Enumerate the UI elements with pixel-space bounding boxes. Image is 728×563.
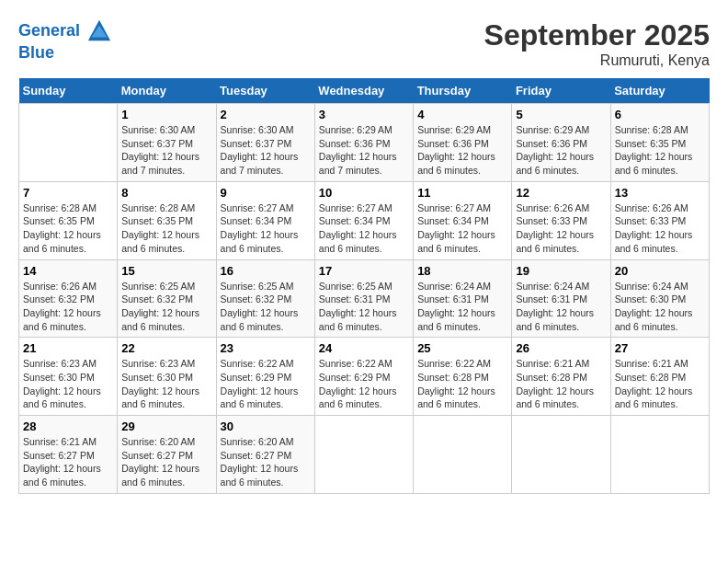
day-number: 9 bbox=[221, 186, 311, 200]
day-number: 12 bbox=[516, 186, 606, 200]
day-info: Sunrise: 6:30 AM Sunset: 6:37 PM Dayligh… bbox=[221, 123, 311, 178]
day-info: Sunrise: 6:23 AM Sunset: 6:30 PM Dayligh… bbox=[23, 357, 113, 411]
day-info: Sunrise: 6:28 AM Sunset: 6:35 PM Dayligh… bbox=[615, 123, 705, 178]
day-number: 15 bbox=[121, 264, 211, 278]
day-cell: 5Sunrise: 6:29 AM Sunset: 6:36 PM Daylig… bbox=[512, 104, 610, 182]
day-number: 28 bbox=[23, 419, 113, 433]
day-cell: 30Sunrise: 6:20 AM Sunset: 6:27 PM Dayli… bbox=[216, 416, 314, 494]
logo-blue: Blue bbox=[18, 44, 112, 63]
day-number: 2 bbox=[221, 108, 311, 121]
week-row-1: 1Sunrise: 6:30 AM Sunset: 6:37 PM Daylig… bbox=[19, 104, 710, 182]
day-cell bbox=[314, 416, 413, 494]
day-info: Sunrise: 6:20 AM Sunset: 6:27 PM Dayligh… bbox=[221, 435, 311, 489]
day-number: 16 bbox=[221, 264, 311, 278]
day-number: 17 bbox=[319, 264, 409, 278]
day-info: Sunrise: 6:24 AM Sunset: 6:31 PM Dayligh… bbox=[516, 280, 606, 334]
day-cell: 1Sunrise: 6:30 AM Sunset: 6:37 PM Daylig… bbox=[118, 104, 216, 182]
day-info: Sunrise: 6:26 AM Sunset: 6:33 PM Dayligh… bbox=[615, 201, 705, 256]
day-cell: 12Sunrise: 6:26 AM Sunset: 6:33 PM Dayli… bbox=[512, 181, 610, 259]
day-cell bbox=[414, 416, 512, 494]
day-number: 29 bbox=[121, 419, 211, 433]
day-number: 8 bbox=[121, 186, 211, 200]
day-cell: 8Sunrise: 6:28 AM Sunset: 6:35 PM Daylig… bbox=[118, 181, 216, 259]
week-row-3: 14Sunrise: 6:26 AM Sunset: 6:32 PM Dayli… bbox=[19, 259, 710, 338]
day-cell: 27Sunrise: 6:21 AM Sunset: 6:28 PM Dayli… bbox=[610, 338, 709, 416]
day-number: 23 bbox=[221, 341, 311, 355]
day-info: Sunrise: 6:20 AM Sunset: 6:27 PM Dayligh… bbox=[121, 435, 211, 489]
day-info: Sunrise: 6:25 AM Sunset: 6:32 PM Dayligh… bbox=[221, 280, 311, 334]
day-info: Sunrise: 6:21 AM Sunset: 6:27 PM Dayligh… bbox=[23, 435, 113, 489]
day-number: 5 bbox=[516, 108, 606, 121]
day-cell bbox=[610, 416, 709, 494]
header-saturday: Saturday bbox=[610, 78, 709, 104]
day-info: Sunrise: 6:22 AM Sunset: 6:29 PM Dayligh… bbox=[221, 357, 311, 411]
calendar-header-row: SundayMondayTuesdayWednesdayThursdayFrid… bbox=[19, 78, 710, 104]
month-title: September 2025 bbox=[484, 18, 710, 52]
day-cell: 28Sunrise: 6:21 AM Sunset: 6:27 PM Dayli… bbox=[19, 416, 118, 494]
day-info: Sunrise: 6:30 AM Sunset: 6:37 PM Dayligh… bbox=[121, 123, 211, 178]
header-thursday: Thursday bbox=[414, 78, 512, 104]
day-info: Sunrise: 6:22 AM Sunset: 6:29 PM Dayligh… bbox=[319, 357, 409, 411]
day-info: Sunrise: 6:21 AM Sunset: 6:28 PM Dayligh… bbox=[615, 357, 705, 411]
day-number: 25 bbox=[417, 341, 507, 355]
day-cell: 6Sunrise: 6:28 AM Sunset: 6:35 PM Daylig… bbox=[610, 104, 709, 182]
day-info: Sunrise: 6:29 AM Sunset: 6:36 PM Dayligh… bbox=[319, 123, 409, 178]
title-block: September 2025 Rumuruti, Kenya bbox=[484, 18, 710, 69]
day-cell: 15Sunrise: 6:25 AM Sunset: 6:32 PM Dayli… bbox=[118, 259, 216, 338]
day-info: Sunrise: 6:26 AM Sunset: 6:32 PM Dayligh… bbox=[23, 280, 113, 334]
day-cell: 2Sunrise: 6:30 AM Sunset: 6:37 PM Daylig… bbox=[216, 104, 314, 182]
day-info: Sunrise: 6:27 AM Sunset: 6:34 PM Dayligh… bbox=[221, 201, 311, 256]
day-cell: 14Sunrise: 6:26 AM Sunset: 6:32 PM Dayli… bbox=[19, 259, 118, 338]
day-cell: 29Sunrise: 6:20 AM Sunset: 6:27 PM Dayli… bbox=[118, 416, 216, 494]
day-info: Sunrise: 6:22 AM Sunset: 6:28 PM Dayligh… bbox=[417, 357, 507, 411]
day-cell: 17Sunrise: 6:25 AM Sunset: 6:31 PM Dayli… bbox=[314, 259, 413, 338]
day-cell: 22Sunrise: 6:23 AM Sunset: 6:30 PM Dayli… bbox=[118, 338, 216, 416]
day-number: 18 bbox=[417, 264, 507, 278]
day-number: 14 bbox=[23, 264, 113, 278]
day-info: Sunrise: 6:29 AM Sunset: 6:36 PM Dayligh… bbox=[417, 123, 507, 178]
day-cell: 16Sunrise: 6:25 AM Sunset: 6:32 PM Dayli… bbox=[216, 259, 314, 338]
day-cell: 7Sunrise: 6:28 AM Sunset: 6:35 PM Daylig… bbox=[19, 181, 118, 259]
day-number: 19 bbox=[516, 264, 606, 278]
day-cell: 19Sunrise: 6:24 AM Sunset: 6:31 PM Dayli… bbox=[512, 259, 610, 338]
day-cell: 11Sunrise: 6:27 AM Sunset: 6:34 PM Dayli… bbox=[414, 181, 512, 259]
calendar-table: SundayMondayTuesdayWednesdayThursdayFrid… bbox=[18, 78, 710, 494]
day-cell: 23Sunrise: 6:22 AM Sunset: 6:29 PM Dayli… bbox=[216, 338, 314, 416]
day-info: Sunrise: 6:25 AM Sunset: 6:32 PM Dayligh… bbox=[121, 280, 211, 334]
day-info: Sunrise: 6:27 AM Sunset: 6:34 PM Dayligh… bbox=[417, 201, 507, 256]
logo: General Blue bbox=[18, 18, 112, 63]
header-friday: Friday bbox=[512, 78, 610, 104]
day-info: Sunrise: 6:24 AM Sunset: 6:31 PM Dayligh… bbox=[417, 280, 507, 334]
day-number: 24 bbox=[319, 341, 409, 355]
day-number: 13 bbox=[615, 186, 705, 200]
day-cell: 13Sunrise: 6:26 AM Sunset: 6:33 PM Dayli… bbox=[610, 181, 709, 259]
logo-text: General bbox=[18, 18, 112, 44]
week-row-4: 21Sunrise: 6:23 AM Sunset: 6:30 PM Dayli… bbox=[19, 338, 710, 416]
day-number: 27 bbox=[615, 341, 705, 355]
day-cell: 26Sunrise: 6:21 AM Sunset: 6:28 PM Dayli… bbox=[512, 338, 610, 416]
day-cell: 20Sunrise: 6:24 AM Sunset: 6:30 PM Dayli… bbox=[610, 259, 709, 338]
day-info: Sunrise: 6:28 AM Sunset: 6:35 PM Dayligh… bbox=[121, 201, 211, 256]
day-cell: 25Sunrise: 6:22 AM Sunset: 6:28 PM Dayli… bbox=[414, 338, 512, 416]
page-header: General Blue September 2025 Rumuruti, Ke… bbox=[18, 18, 710, 69]
day-number: 11 bbox=[417, 186, 507, 200]
day-info: Sunrise: 6:21 AM Sunset: 6:28 PM Dayligh… bbox=[516, 357, 606, 411]
day-info: Sunrise: 6:25 AM Sunset: 6:31 PM Dayligh… bbox=[319, 280, 409, 334]
day-number: 10 bbox=[319, 186, 409, 200]
day-cell: 3Sunrise: 6:29 AM Sunset: 6:36 PM Daylig… bbox=[314, 104, 413, 182]
day-info: Sunrise: 6:27 AM Sunset: 6:34 PM Dayligh… bbox=[319, 201, 409, 256]
header-tuesday: Tuesday bbox=[216, 78, 314, 104]
day-number: 4 bbox=[417, 108, 507, 121]
day-cell: 24Sunrise: 6:22 AM Sunset: 6:29 PM Dayli… bbox=[314, 338, 413, 416]
day-info: Sunrise: 6:26 AM Sunset: 6:33 PM Dayligh… bbox=[516, 201, 606, 256]
day-cell: 9Sunrise: 6:27 AM Sunset: 6:34 PM Daylig… bbox=[216, 181, 314, 259]
week-row-5: 28Sunrise: 6:21 AM Sunset: 6:27 PM Dayli… bbox=[19, 416, 710, 494]
day-number: 26 bbox=[516, 341, 606, 355]
day-cell: 10Sunrise: 6:27 AM Sunset: 6:34 PM Dayli… bbox=[314, 181, 413, 259]
day-number: 7 bbox=[23, 186, 113, 200]
header-sunday: Sunday bbox=[19, 78, 118, 104]
day-number: 21 bbox=[23, 341, 113, 355]
day-cell: 21Sunrise: 6:23 AM Sunset: 6:30 PM Dayli… bbox=[19, 338, 118, 416]
day-number: 3 bbox=[319, 108, 409, 121]
header-wednesday: Wednesday bbox=[314, 78, 413, 104]
